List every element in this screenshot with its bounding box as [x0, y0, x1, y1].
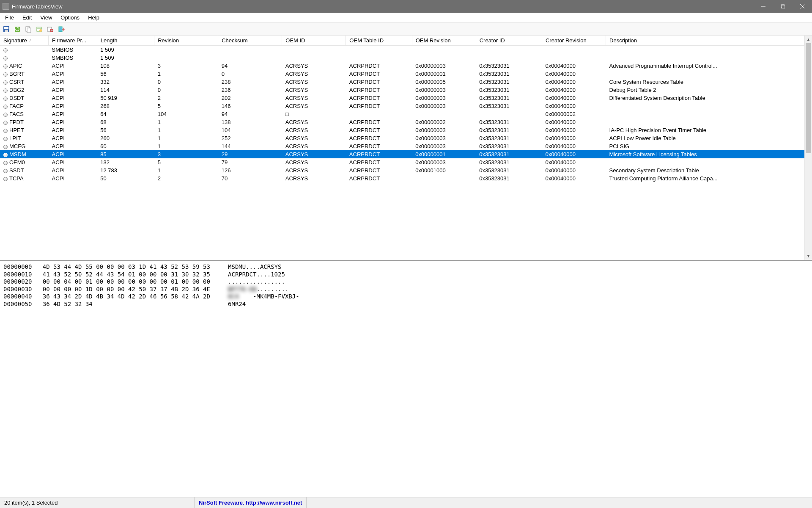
cell-fw: ACPI [49, 102, 97, 110]
cell-fw: ACPI [49, 126, 97, 134]
minimize-button[interactable] [754, 0, 773, 13]
column-header[interactable]: OEM Revision [412, 36, 476, 46]
row-icon [3, 48, 8, 52]
cell-oemtbl [346, 54, 412, 62]
cell-sig: CSRT [0, 78, 49, 86]
cell-oemid: □ [282, 110, 346, 118]
cell-rev: 1 [154, 134, 218, 142]
cell-desc [606, 158, 804, 166]
cell-sig: FACP [0, 102, 49, 110]
close-button[interactable] [793, 0, 812, 13]
cell-oemtbl: ACRPRDCT [346, 86, 412, 94]
table-row[interactable]: MSDMACPI85329ACRSYSACRPRDCT0x000000010x3… [0, 150, 804, 158]
find-icon[interactable] [46, 25, 55, 34]
row-icon [3, 161, 8, 165]
statusbar: 20 item(s), 1 Selected NirSoft Freeware.… [0, 497, 812, 508]
cell-len: 12 783 [97, 166, 154, 174]
cell-len: 60 [97, 142, 154, 150]
cell-oemrev [412, 110, 476, 118]
cell-oemid: ACRSYS [282, 70, 346, 78]
column-header[interactable]: OEM ID [282, 36, 346, 46]
table-row[interactable]: APICACPI108394ACRSYSACRPRDCT0x000000030x… [0, 62, 804, 70]
menu-view[interactable]: View [36, 13, 56, 22]
table-row[interactable]: SMBIOS1 509 [0, 54, 804, 62]
table-row[interactable]: FACPACPI2685146ACRSYSACRPRDCT0x000000030… [0, 102, 804, 110]
hex-viewer[interactable]: 00000000 4D 53 44 4D 55 00 00 00 03 1D 4… [0, 260, 812, 497]
scroll-up-icon[interactable]: ▲ [805, 36, 812, 43]
column-header[interactable]: Length [97, 36, 154, 46]
scroll-thumb[interactable] [806, 43, 811, 153]
copy-icon[interactable] [24, 25, 33, 34]
column-header[interactable]: Creator ID [476, 36, 542, 46]
table-row[interactable]: DSDTACPI50 9192202ACRSYSACRPRDCT0x000000… [0, 94, 804, 102]
table-row[interactable]: HPETACPI561104ACRSYSACRPRDCT0x000000030x… [0, 126, 804, 134]
cell-desc: Core System Resources Table [606, 78, 804, 86]
save-icon[interactable] [2, 25, 11, 34]
cell-chk: 94 [218, 62, 282, 70]
column-header[interactable]: OEM Table ID [346, 36, 412, 46]
svg-rect-6 [4, 27, 8, 29]
cell-oemrev: 0x00000003 [412, 86, 476, 94]
cell-len: 114 [97, 86, 154, 94]
cell-chk: 236 [218, 86, 282, 94]
hex-ascii: 6C4 -MK4MB-FVXBJ- [228, 293, 299, 300]
cell-oemid: ACRSYS [282, 166, 346, 174]
refresh-icon[interactable] [13, 25, 22, 34]
table-row[interactable]: LPITACPI2601252ACRSYSACRPRDCT0x000000030… [0, 134, 804, 142]
cell-chk: 29 [218, 150, 282, 158]
cell-chk: 104 [218, 126, 282, 134]
table-row[interactable]: MCFGACPI601144ACRSYSACRPRDCT0x000000030x… [0, 142, 804, 150]
menubar: File Edit View Options Help [0, 13, 812, 23]
menu-options[interactable]: Options [56, 13, 84, 22]
exit-icon[interactable] [57, 25, 66, 34]
status-link[interactable]: NirSoft Freeware. http://www.nirsoft.net [195, 497, 307, 508]
table-row[interactable]: DBG2ACPI1140236ACRSYSACRPRDCT0x000000030… [0, 86, 804, 94]
cell-sig [0, 46, 49, 54]
cell-oemrev: 0x00000003 [412, 102, 476, 110]
table-row[interactable]: FACSACPI6410494□0x00000002 [0, 110, 804, 118]
menu-edit[interactable]: Edit [18, 13, 36, 22]
vertical-scrollbar[interactable]: ▲ ▼ [804, 36, 812, 260]
cell-fw: SMBIOS [49, 46, 97, 54]
table-row[interactable]: FPDTACPI681138ACRSYSACRPRDCT0x000000020x… [0, 118, 804, 126]
column-header[interactable]: Creator Revision [542, 36, 606, 46]
svg-rect-17 [59, 27, 62, 32]
maximize-button[interactable] [773, 0, 793, 13]
menu-file[interactable]: File [1, 13, 18, 22]
column-header[interactable]: Checksum [218, 36, 282, 46]
cell-desc [606, 54, 804, 62]
cell-rev: 2 [154, 94, 218, 102]
menu-help[interactable]: Help [84, 13, 104, 22]
table-row[interactable]: SMBIOS1 509 [0, 46, 804, 54]
cell-cid: 0x35323031 [476, 142, 542, 150]
column-header[interactable]: Firmware Pr... [49, 36, 97, 46]
cell-oemid: ACRSYS [282, 134, 346, 142]
properties-icon[interactable] [35, 25, 44, 34]
cell-fw: ACPI [49, 142, 97, 150]
column-header[interactable]: Description [606, 36, 804, 46]
scroll-down-icon[interactable]: ▼ [805, 252, 812, 260]
cell-oemrev: 0x00000003 [412, 62, 476, 70]
cell-crev: 0x00040000 [542, 142, 606, 150]
cell-fw: ACPI [49, 94, 97, 102]
cell-len: 332 [97, 78, 154, 86]
cell-oemtbl: ACRPRDCT [346, 118, 412, 126]
firmware-table[interactable]: Signature/Firmware Pr...LengthRevisionCh… [0, 36, 804, 182]
cell-rev [154, 54, 218, 62]
cell-desc [606, 46, 804, 54]
table-row[interactable]: TCPAACPI50270ACRSYSACRPRDCT0x353230310x0… [0, 174, 804, 182]
table-row[interactable]: BGRTACPI5610ACRSYSACRPRDCT0x000000010x35… [0, 70, 804, 78]
table-row[interactable]: CSRTACPI3320238ACRSYSACRPRDCT0x000000050… [0, 78, 804, 86]
table-row[interactable]: OEM0ACPI132579ACRSYSACRPRDCT0x000000030x… [0, 158, 804, 166]
table-row[interactable]: SSDTACPI12 7831126ACRSYSACRPRDCT0x000010… [0, 166, 804, 174]
cell-cid: 0x35323031 [476, 158, 542, 166]
cell-desc: Trusted Computing Platform Alliance Capa… [606, 174, 804, 182]
cell-oemrev: 0x00000005 [412, 78, 476, 86]
cell-rev: 104 [154, 110, 218, 118]
cell-fw: ACPI [49, 150, 97, 158]
column-header[interactable]: Revision [154, 36, 218, 46]
cell-oemtbl: ACRPRDCT [346, 78, 412, 86]
cell-oemrev: 0x00000003 [412, 94, 476, 102]
column-header[interactable]: Signature/ [0, 36, 49, 46]
cell-fw: ACPI [49, 118, 97, 126]
